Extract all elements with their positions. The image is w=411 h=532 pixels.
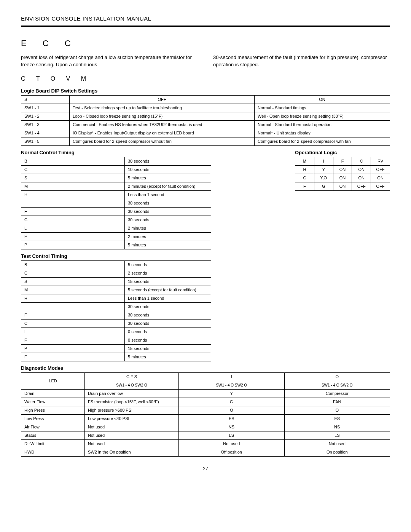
timing-key: F — [21, 207, 125, 216]
timing-val: Less than 1 second — [125, 294, 211, 302]
op-cell: ON — [333, 165, 352, 174]
timing-row: F0 seconds — [21, 336, 211, 344]
timing-key: L — [21, 328, 125, 336]
diag-led: DHW Limit — [21, 439, 85, 448]
dip-cell: Normal - Standard timings — [255, 104, 390, 112]
timing-key: F — [21, 232, 125, 241]
diag-head-out-top: O — [284, 372, 390, 381]
diag-in: NS — [179, 423, 285, 431]
dip-cell: IO Display* - Enables Input/Output displ… — [70, 129, 255, 137]
diag-head-cond-top: C F S — [85, 372, 179, 381]
timing-val: 2 minutes — [125, 232, 211, 241]
dip-cell: SW1 - 3 — [21, 120, 70, 129]
op-head-cell: C — [352, 157, 371, 165]
op-row: FGONOFFOFF — [295, 182, 390, 190]
dip-head-row: S OFF ON — [21, 95, 390, 104]
dip-row: SW1 - 3Commercial - Enables NS features … — [21, 120, 390, 129]
timing-row: P15 seconds — [21, 344, 211, 353]
timing-val: 5 minutes — [125, 241, 211, 249]
timing-key: M — [21, 286, 125, 294]
op-cell: OFF — [371, 182, 390, 190]
op-row: HYONONOFF — [295, 165, 390, 174]
diag-in: O — [179, 406, 285, 414]
op-row: CY,OONONON — [295, 174, 390, 182]
op-cell: Y,O — [314, 174, 333, 182]
timing-row: F5 minutes — [21, 353, 211, 361]
timing-val: 5 minutes — [125, 353, 211, 361]
timing-val: 10 seconds — [125, 165, 211, 174]
timing-row: F2 minutes — [21, 232, 211, 241]
timing-row: S15 seconds — [21, 277, 211, 286]
diag-cond: Low pressure <40 PSI — [85, 414, 179, 423]
timing-key: P — [21, 344, 125, 353]
timing-row: L2 minutes — [21, 224, 211, 232]
dip-row: SW1 - 2Loop - Closed loop freeze sensing… — [21, 112, 390, 120]
timing-row: C30 seconds — [21, 319, 211, 328]
op-head-cell: I — [314, 157, 333, 165]
timing-val: 5 seconds — [125, 260, 211, 269]
timing-row: 30 seconds — [21, 302, 211, 311]
diag-in: Off position — [179, 448, 285, 456]
dip-cell: SW1 - 4 — [21, 129, 70, 137]
op-cell: OFF — [371, 165, 390, 174]
dip-cell: Loop - Closed loop freeze sensing settin… — [70, 112, 255, 120]
timing-row: M5 seconds (except for fault condition) — [21, 286, 211, 294]
timing-key: S — [21, 277, 125, 286]
op-logic-table: MIFCRV HYONONOFFCY,OONONONFGONOFFOFF — [295, 157, 390, 191]
diag-led: High Press — [21, 406, 85, 414]
diag-row: Air FlowNot usedNSNS — [21, 423, 390, 431]
diag-row: Water FlowFS thermistor (loop <15°F, wel… — [21, 398, 390, 406]
timing-val: 0 seconds — [125, 328, 211, 336]
timing-key: C — [21, 165, 125, 174]
diag-row: Low PressLow pressure <40 PSIESES — [21, 414, 390, 423]
diag-cond: SW2 in the On position — [85, 448, 179, 456]
section-title: E C C — [21, 38, 390, 50]
dip-head-on: ON — [255, 95, 390, 104]
dip-heading: Logic Board DIP Switch Settings — [21, 88, 390, 94]
op-cell: G — [314, 182, 333, 190]
diag-head-out-sub: SW1 - 4 O SW2 O — [284, 381, 390, 389]
timing-val: 30 seconds — [125, 157, 211, 165]
timing-key — [21, 302, 125, 311]
timing-val: Less than 1 second — [125, 190, 211, 199]
op-head-row: MIFCRV — [295, 157, 390, 165]
dip-head-off: OFF — [70, 95, 255, 104]
timing-row: B5 seconds — [21, 260, 211, 269]
op-cell: ON — [371, 174, 390, 182]
timing-key — [21, 199, 125, 207]
diag-row: HWDSW2 in the On positionOff positionOn … — [21, 448, 390, 456]
timing-row: M2 minutes (except for fault condition) — [21, 182, 211, 190]
timing-key: B — [21, 157, 125, 165]
diag-out: O — [284, 406, 390, 414]
op-cell: ON — [352, 174, 371, 182]
diag-cond: Not used — [85, 423, 179, 431]
dip-row: SW1 - 4IO Display* - Enables Input/Outpu… — [21, 129, 390, 137]
diag-out: Not used — [284, 439, 390, 448]
diag-out: NS — [284, 423, 390, 431]
diag-cond: Not used — [85, 439, 179, 448]
timing-row: S5 minutes — [21, 174, 211, 182]
diag-row: High PressHigh pressure >600 PSIOO — [21, 406, 390, 414]
timing-val: 15 seconds — [125, 344, 211, 353]
diag-row: DHW LimitNot usedNot usedNot used — [21, 439, 390, 448]
diag-row: DrainDrain pan overflowYCompressor — [21, 389, 390, 398]
diag-head-in-sub: SW1 - 4 O SW2 O — [179, 381, 285, 389]
timing-key: S — [21, 174, 125, 182]
intro-columns: prevent loss of refrigerant charge and a… — [21, 54, 390, 69]
diag-out: Compressor — [284, 389, 390, 398]
diag-in: G — [179, 398, 285, 406]
timing-key: M — [21, 182, 125, 190]
timing-key: P — [21, 241, 125, 249]
timing-row: F30 seconds — [21, 207, 211, 216]
timing-val: 30 seconds — [125, 319, 211, 328]
diag-heading: Diagnostic Modes — [21, 365, 390, 371]
diag-out: LS — [284, 431, 390, 439]
op-logic-heading: Operational Logic — [295, 150, 390, 155]
normal-timing-table: B30 secondsC10 secondsS5 minutesM2 minut… — [21, 157, 211, 249]
op-cell: F — [295, 182, 314, 190]
dip-cell: SW1 - 2 — [21, 112, 70, 120]
diag-table: LED C F S I O SW1 - 4 O SW2 O SW1 - 4 O … — [21, 372, 390, 457]
diag-out: ES — [284, 414, 390, 423]
normal-timing-heading: Normal Control Timing — [21, 150, 211, 155]
dip-row: SW1 - 1Test - Selected timings sped up t… — [21, 104, 390, 112]
